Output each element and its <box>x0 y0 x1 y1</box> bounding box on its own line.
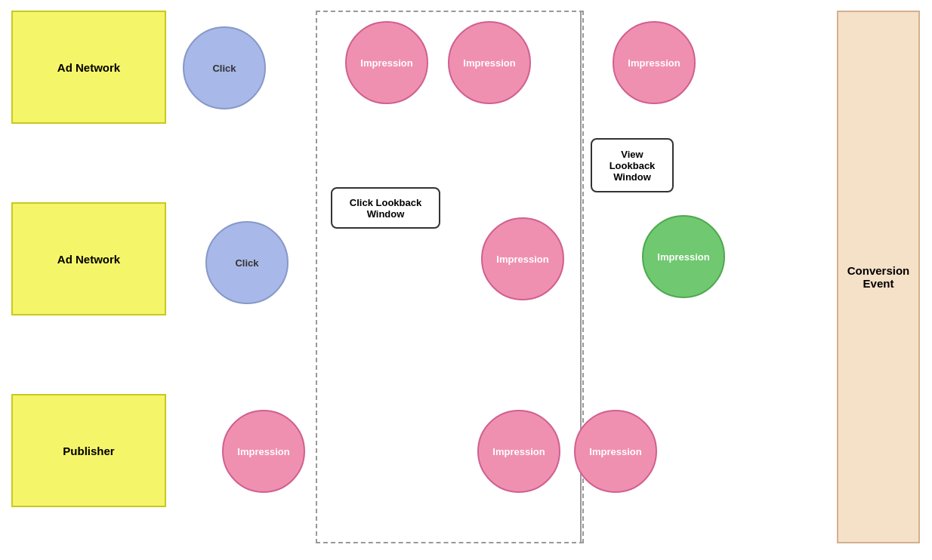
ad-network-1-box: Ad Network <box>11 11 166 124</box>
publisher-label: Publisher <box>63 445 114 457</box>
conversion-event-label: Conversion Event <box>838 264 918 290</box>
click-circle-1-label: Click <box>212 63 236 74</box>
impression-circle-1-label: Impression <box>360 57 412 69</box>
impression-circle-5: Impression <box>642 215 725 298</box>
impression-circle-4-label: Impression <box>496 254 548 265</box>
impression-circle-7-label: Impression <box>492 446 545 457</box>
view-lookback-text: ViewLookbackWindow <box>610 149 656 183</box>
ad-network-2-label: Ad Network <box>57 253 120 266</box>
impression-circle-2: Impression <box>448 21 531 104</box>
impression-circle-3: Impression <box>613 21 696 104</box>
impression-circle-5-label: Impression <box>657 251 709 263</box>
impression-circle-8-label: Impression <box>589 446 641 457</box>
impression-circle-3-label: Impression <box>628 57 680 69</box>
click-lookback-text: Click LookbackWindow <box>350 197 421 220</box>
ad-network-1-label: Ad Network <box>57 61 120 74</box>
click-circle-2: Click <box>205 221 289 304</box>
conversion-event-panel: Conversion Event <box>837 11 920 543</box>
impression-circle-2-label: Impression <box>463 57 515 69</box>
publisher-box: Publisher <box>11 394 166 507</box>
impression-circle-1: Impression <box>345 21 428 104</box>
impression-circle-4: Impression <box>481 217 564 300</box>
click-lookback-label: Click LookbackWindow <box>331 187 440 229</box>
ad-network-2-box: Ad Network <box>11 202 166 315</box>
impression-circle-6: Impression <box>222 410 305 493</box>
impression-circle-6-label: Impression <box>237 446 289 457</box>
impression-circle-7: Impression <box>477 410 560 493</box>
click-circle-2-label: Click <box>235 257 258 269</box>
impression-circle-8: Impression <box>574 410 657 493</box>
diagram: Ad Network Ad Network Publisher Click Cl… <box>0 0 932 560</box>
click-circle-1: Click <box>183 26 266 109</box>
view-lookback-label: ViewLookbackWindow <box>591 138 674 192</box>
